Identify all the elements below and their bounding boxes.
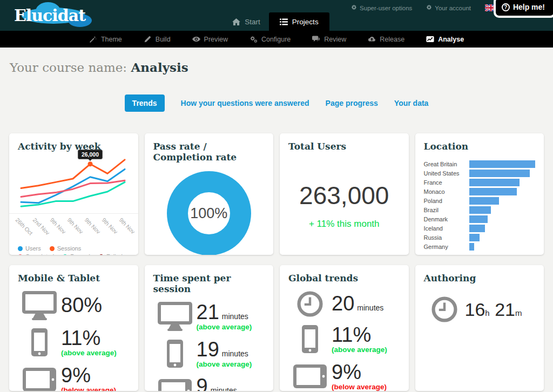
stat-text: 9%(below average)	[332, 362, 387, 391]
clock-icon	[431, 296, 457, 322]
card-title: Mobile & Tablet	[18, 273, 130, 283]
stat-note: (below average)	[332, 383, 387, 391]
location-bar-track	[469, 215, 536, 223]
chart-tooltip: 26,000	[78, 150, 103, 159]
tab-your-data[interactable]: Your data	[394, 99, 429, 107]
location-bar[interactable]	[469, 225, 485, 232]
location-label: United States	[424, 170, 469, 177]
stat-value: 20minutes	[332, 293, 383, 315]
toolbar-item-release[interactable]: Release	[368, 36, 404, 43]
location-label: Great Britain	[424, 161, 469, 167]
pass-rate-donut-chart[interactable]: 100%	[167, 171, 251, 255]
legend-label: Sessions	[57, 245, 82, 252]
your-account-link[interactable]: Your account	[426, 4, 471, 11]
toolbar-item-theme[interactable]: Theme	[89, 36, 122, 43]
toolbar-label: Theme	[101, 36, 122, 43]
list-icon	[280, 18, 288, 25]
toolbar-label: Preview	[204, 36, 228, 43]
time-spent-card: Time spent per session 21minutes(above a…	[145, 265, 274, 391]
authoring-card: Authoring 16h 21m	[415, 265, 544, 391]
legend-label: Passed	[70, 253, 90, 255]
location-bar-track	[469, 225, 536, 232]
wand-icon	[89, 36, 97, 43]
stat-text: 20minutes	[332, 293, 383, 315]
course-name: Analysis	[131, 60, 188, 75]
stat-text: 9%(below average)	[61, 365, 116, 391]
tab-how-your-questions-were-answered[interactable]: How your questions were answered	[181, 99, 309, 107]
nav-item-projects[interactable]: Projects	[269, 12, 329, 31]
tab-trends[interactable]: Trends	[125, 94, 165, 112]
tablet-icon	[18, 368, 61, 391]
location-bar[interactable]	[469, 234, 480, 241]
location-label: Poland	[424, 198, 469, 204]
chat-icon	[312, 36, 320, 43]
card-title: Total Users	[288, 141, 400, 152]
stat-note: (below average)	[61, 387, 116, 391]
legend-dot	[18, 246, 23, 251]
card-title: Location	[424, 141, 536, 152]
toolbar-item-analyse[interactable]: Analyse	[426, 36, 464, 43]
stat-note: (above average)	[61, 349, 117, 357]
stat-row: 19minutes(above average)	[153, 339, 265, 369]
stat-value: 80%	[61, 295, 102, 316]
x-axis-label: 9th Nov	[49, 217, 68, 235]
location-bar[interactable]	[469, 188, 517, 195]
location-label: Monaco	[424, 188, 469, 195]
stat-text: 21minutes(above average)	[197, 302, 252, 332]
tablet-icon	[288, 364, 332, 388]
activity-by-week-card: Activity by week 26,000 26th Oct2nd Nov9…	[9, 133, 138, 255]
location-bar-track	[469, 234, 536, 241]
legend-item-completed: Completed	[18, 253, 54, 255]
main-nav: StartProjects	[0, 12, 553, 31]
location-bar[interactable]	[469, 206, 491, 214]
stat-value: 9minutes	[197, 376, 252, 391]
legend-item-passed: Passed	[63, 253, 90, 255]
legend-item-sessions: Sessions	[50, 245, 82, 252]
desktop-icon	[153, 302, 197, 331]
device-stat-rows: 80%11%(above average)9%(below average)	[18, 291, 130, 391]
phone-icon	[18, 328, 61, 356]
stat-note: (above average)	[332, 346, 387, 354]
stat-row: 9%(below average)	[288, 362, 400, 391]
location-bar[interactable]	[469, 215, 488, 223]
donut-center-label: 100%	[190, 205, 227, 222]
toolbar-item-configure[interactable]: Configure	[249, 36, 291, 43]
location-row: France	[424, 179, 536, 186]
toolbar-label: Release	[380, 36, 404, 43]
nav-label: Projects	[292, 18, 319, 26]
activity-line-chart[interactable]: 26,000	[18, 155, 130, 212]
stat-text: 11%(above average)	[332, 325, 387, 354]
toolbar-label: Review	[324, 36, 346, 43]
stat-text: 80%	[61, 295, 102, 316]
question-icon: ?	[502, 3, 510, 11]
super-user-options-label: Super-user options	[360, 5, 412, 11]
nav-item-start[interactable]: Start	[224, 12, 269, 31]
authoring-time-value: 16h 21m	[465, 299, 522, 320]
your-account-label: Your account	[435, 5, 471, 11]
gears-icon	[249, 36, 258, 43]
location-row: Russia	[424, 234, 536, 241]
super-user-options-link[interactable]: Super-user options	[351, 4, 412, 11]
location-bar[interactable]	[469, 160, 536, 168]
x-axis-label: 2nd Nov	[32, 217, 51, 236]
phone-icon	[153, 340, 197, 368]
toolbar-item-review[interactable]: Review	[312, 36, 346, 43]
location-bar[interactable]	[469, 170, 530, 177]
location-bar[interactable]	[469, 179, 520, 186]
location-bar-track	[469, 243, 536, 251]
toolbar-item-build[interactable]: Build	[144, 36, 171, 43]
tab-page-progress[interactable]: Page progress	[326, 99, 378, 107]
gear-icon	[351, 4, 357, 11]
mobile-tablet-card: Mobile & Tablet 80%11%(above average)9%(…	[9, 265, 138, 391]
help-me-button[interactable]: ? Help me!	[494, 0, 553, 18]
location-bar-track	[469, 179, 536, 186]
stat-unit: minutes	[222, 312, 248, 321]
nav-label: Start	[245, 18, 260, 26]
location-bar[interactable]	[469, 197, 499, 205]
location-bar[interactable]	[469, 243, 475, 251]
desktop-icon	[18, 291, 61, 320]
stat-row: 80%	[18, 291, 130, 320]
stat-row: 21minutes(above average)	[153, 302, 265, 332]
stat-note: (above average)	[197, 361, 252, 369]
toolbar-item-preview[interactable]: Preview	[192, 36, 228, 43]
